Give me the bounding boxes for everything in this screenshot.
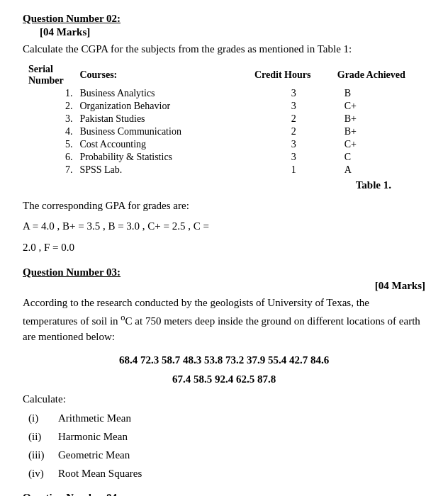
cell-grade: B+ (337, 125, 411, 138)
cell-credit: 1 (254, 164, 337, 176)
cell-grade: C+ (337, 100, 411, 113)
cell-sn: 3. (28, 113, 79, 125)
cell-sn: 6. (28, 151, 79, 164)
calc-label: Geometric Mean (58, 446, 130, 463)
calc-num: (iv) (28, 465, 51, 482)
calc-label: Harmonic Mean (58, 428, 128, 445)
q4-header: Question Number 04: (23, 492, 425, 497)
cell-course: SPSS Lab. (79, 164, 254, 176)
col-header-grade: Grade Achieved (337, 63, 411, 87)
cell-credit: 3 (254, 151, 337, 164)
cell-credit: 2 (254, 125, 337, 138)
cell-course: Organization Behavior (79, 100, 254, 113)
table-row: 1. Business Analytics 3 B (28, 87, 411, 100)
cell-course: Pakistan Studies (79, 113, 254, 125)
table-row: 2. Organization Behavior 3 C+ (28, 100, 411, 113)
cell-credit: 2 (254, 113, 337, 125)
table-1-caption: Table 1. (23, 179, 425, 191)
q3-header: Question Number 03: (23, 266, 425, 278)
cell-grade: C (337, 151, 411, 164)
question-4-section: Question Number 04: (23, 492, 425, 497)
gpa-values-text: A = 4.0 , B+ = 3.5 , B = 3.0 , C+ = 2.5 … (23, 220, 209, 232)
col-header-credit: Credit Hours (254, 63, 337, 87)
cell-course: Business Analytics (79, 87, 254, 100)
calc-label: Arithmetic Mean (58, 410, 131, 427)
cell-credit: 3 (254, 100, 337, 113)
table-row: 6. Probability & Statistics 3 C (28, 151, 411, 164)
gpa-intro: The corresponding GPA for grades are: (23, 197, 425, 215)
cell-sn: 7. (28, 164, 79, 176)
temperatures-line2: 67.4 58.5 92.4 62.5 87.8 (23, 370, 425, 389)
cell-sn: 5. (28, 138, 79, 151)
temperatures-line1: 68.4 72.3 58.7 48.3 53.8 73.2 37.9 55.4 … (23, 351, 425, 370)
col-header-serial: Serial Number (28, 63, 79, 87)
q3-marks: [04 Marks] (23, 280, 425, 292)
course-table: Serial Number Courses: Credit Hours Grad… (28, 63, 411, 176)
gpa-values: A = 4.0 , B+ = 3.5 , B = 3.0 , C+ = 2.5 … (23, 218, 425, 236)
calc-label: Root Mean Squares (58, 465, 142, 482)
calc-item: (i) Arithmetic Mean (28, 410, 425, 427)
q3-description: According to the research conducted by t… (23, 295, 425, 345)
question-2-section: Question Number 02: [04 Marks] Calculate… (23, 13, 425, 257)
cell-sn: 4. (28, 125, 79, 138)
calc-item: (iii) Geometric Mean (28, 446, 425, 463)
q2-marks: [04 Marks] (40, 26, 425, 38)
col-header-course: Courses: (79, 63, 254, 87)
q2-description: Calculate the CGPA for the subjects from… (23, 41, 425, 57)
table-row: 5. Cost Accounting 3 C+ (28, 138, 411, 151)
calculate-list: (i) Arithmetic Mean (ii) Harmonic Mean (… (28, 410, 425, 482)
cell-grade: B+ (337, 113, 411, 125)
cell-credit: 3 (254, 87, 337, 100)
cell-grade: A (337, 164, 411, 176)
temperatures-block: 68.4 72.3 58.7 48.3 53.8 73.2 37.9 55.4 … (23, 351, 425, 389)
table-row: 3. Pakistan Studies 2 B+ (28, 113, 411, 125)
gpa-values2: 2.0 , F = 0.0 (23, 239, 425, 257)
calc-num: (i) (28, 410, 51, 427)
table-row: 7. SPSS Lab. 1 A (28, 164, 411, 176)
cell-sn: 2. (28, 100, 79, 113)
cell-course: Cost Accounting (79, 138, 254, 151)
calc-num: (iii) (28, 446, 51, 463)
calc-item: (iv) Root Mean Squares (28, 465, 425, 482)
cell-grade: C+ (337, 138, 411, 151)
cell-course: Business Communication (79, 125, 254, 138)
calc-item: (ii) Harmonic Mean (28, 428, 425, 445)
cell-sn: 1. (28, 87, 79, 100)
q2-header: Question Number 02: (23, 13, 425, 25)
cell-credit: 3 (254, 138, 337, 151)
calculate-label: Calculate: (23, 393, 425, 405)
question-3-section: Question Number 03: [04 Marks] According… (23, 266, 425, 482)
cell-grade: B (337, 87, 411, 100)
cell-course: Probability & Statistics (79, 151, 254, 164)
table-row: 4. Business Communication 2 B+ (28, 125, 411, 138)
calc-num: (ii) (28, 428, 51, 445)
